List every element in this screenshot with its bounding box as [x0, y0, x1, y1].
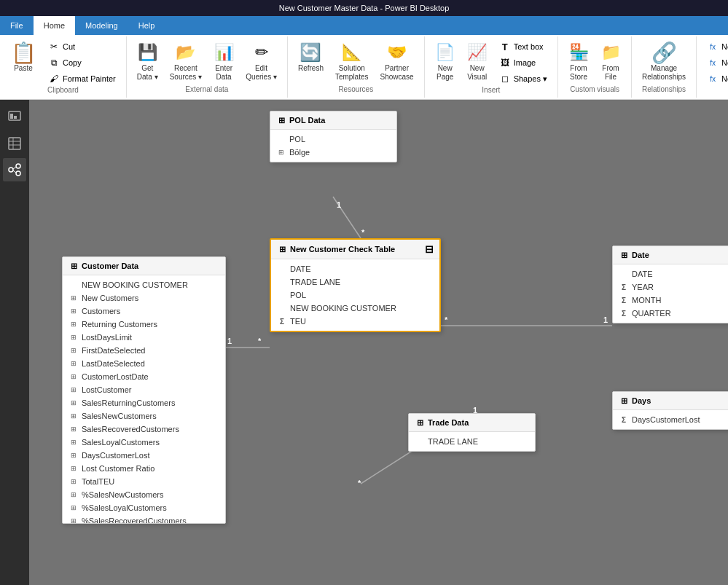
image-button[interactable]: 🖼 Image	[495, 55, 552, 70]
copy-button[interactable]: ⧉ Copy	[44, 55, 120, 70]
field-td-trade-lane[interactable]: TRADE LANE	[409, 435, 535, 448]
field-date-date[interactable]: DATE	[613, 267, 728, 280]
format-painter-button[interactable]: 🖌 Format Painter	[44, 71, 120, 86]
report-view-icon[interactable]	[3, 106, 26, 129]
days-table-icon: ⊞	[619, 396, 629, 406]
tab-help[interactable]: Help	[128, 16, 165, 35]
get-data-label: GetData ▾	[137, 64, 158, 82]
partner-showcase-button[interactable]: 🤝 PartnerShowcase	[376, 39, 418, 85]
field-cd-lost-customer-ratio[interactable]: ⊞ Lost Customer Ratio	[63, 462, 225, 475]
clipboard-group-label: Clipboard	[47, 86, 79, 95]
field-nct-teu[interactable]: Σ TEU	[271, 315, 439, 328]
new-page-button[interactable]: 📄 NewPage	[431, 39, 460, 85]
field-date-year[interactable]: Σ YEAR	[613, 280, 728, 294]
field-cd-firstdateselected[interactable]: ⊞ FirstDateSelected	[63, 344, 225, 357]
field-nct-new-booking[interactable]: NEW BOOKING CUSTOMER	[271, 302, 439, 315]
field-cd-new-booking[interactable]: NEW BOOKING CUSTOMER	[63, 278, 225, 291]
solution-templates-label: SolutionTemplates	[335, 64, 369, 82]
new-quick-measure-label: New Quick Measure	[721, 74, 728, 83]
pol-data-body: POL ⊞ Bölge	[270, 130, 396, 162]
refresh-button[interactable]: 🔄 Refresh	[294, 39, 328, 76]
new-visual-label: NewVisual	[467, 64, 487, 82]
insert-group-label: Insert	[482, 86, 500, 95]
paste-button[interactable]: 📋 Paste	[6, 39, 41, 76]
field-cd-lostcustomer[interactable]: ⊞ LostCustomer	[63, 383, 225, 396]
field-pol[interactable]: POL	[270, 133, 396, 146]
solution-templates-button[interactable]: 📐 SolutionTemplates	[331, 39, 373, 85]
new-measure-button[interactable]: fx New Measure	[702, 39, 728, 54]
tab-file[interactable]: File	[0, 16, 34, 35]
field-cd-salesloyal[interactable]: ⊞ SalesLoyalCustomers	[63, 436, 225, 449]
field-cd-customers[interactable]: ⊞ Customers	[63, 305, 225, 318]
manage-relationships-button[interactable]: 🔗 ManageRelationships	[638, 39, 690, 85]
from-file-button[interactable]: 📁 FromFile	[596, 39, 625, 85]
new-quick-measure-button[interactable]: fx New Quick Measure	[702, 71, 728, 86]
enter-data-button[interactable]: 📊 EnterData	[209, 39, 238, 85]
external-data-group-label: External data	[185, 85, 228, 95]
new-visual-button[interactable]: 📈 NewVisual	[463, 39, 492, 85]
new-column-button[interactable]: fx New Column	[702, 55, 728, 70]
new-customer-check-table[interactable]: ⊞ New Customer Check Table ⊟ DATE TRADE …	[270, 238, 441, 332]
field-nct-date[interactable]: DATE	[271, 262, 439, 275]
cut-button[interactable]: ✂ Cut	[44, 39, 120, 54]
svg-point-11	[16, 164, 20, 168]
customer-data-table[interactable]: ⊞ Customer Data NEW BOOKING CUSTOMER ⊞ N…	[62, 256, 226, 524]
date-title: Date	[632, 251, 649, 259]
field-cd-lastdateselected[interactable]: ⊞ LastDateSelected	[63, 357, 225, 370]
days-table[interactable]: ⊞ Days Σ DaysCustomerLost	[612, 391, 728, 430]
image-icon: 🖼	[499, 57, 511, 68]
field-nct-trade-lane[interactable]: TRADE LANE	[271, 275, 439, 288]
svg-point-12	[16, 171, 20, 176]
refresh-label: Refresh	[298, 64, 324, 73]
edit-queries-button[interactable]: ✏ EditQueries ▾	[241, 39, 281, 85]
enter-data-label: EnterData	[215, 64, 232, 82]
date-table[interactable]: ⊞ Date DATE Σ YEAR Σ MONTH Σ QUART	[612, 246, 728, 323]
field-nct-pol[interactable]: POL	[271, 288, 439, 302]
table-minimize-icon[interactable]: ⊟	[425, 243, 434, 255]
field-days-dayscustomerlost[interactable]: Σ DaysCustomerLost	[613, 413, 728, 426]
field-date-quarter[interactable]: Σ QUARTER	[613, 307, 728, 320]
field-cd-salesrecovered[interactable]: ⊞ SalesRecoveredCustomers	[63, 423, 225, 436]
field-cd-pct-salesnew[interactable]: ⊞ %SalesNewCustomers	[63, 488, 225, 501]
new-page-icon: 📄	[435, 42, 455, 63]
ribbon-group-resources: 🔄 Refresh 📐 SolutionTemplates 🤝 PartnerS…	[288, 36, 425, 98]
field-cd-pct-salesloyal[interactable]: ⊞ %SalesLoyalCustomers	[63, 501, 225, 514]
text-box-button[interactable]: T Text box	[495, 39, 552, 54]
relationship-view-icon[interactable]	[3, 158, 26, 181]
field-cd-pct-salesrecovered[interactable]: ⊞ %SalesRecoveredCustomers	[63, 514, 225, 523]
enter-data-icon: 📊	[214, 42, 234, 63]
trade-data-table[interactable]: ⊞ Trade Data TRADE LANE	[408, 413, 536, 452]
shapes-button[interactable]: ◻ Shapes ▾	[495, 71, 552, 86]
get-data-button[interactable]: 💾 GetData ▾	[133, 39, 163, 85]
svg-rect-4	[10, 114, 13, 119]
data-view-icon[interactable]	[3, 132, 26, 155]
recent-sources-button[interactable]: 📂 RecentSources ▾	[165, 39, 206, 85]
trade-data-title: Trade Data	[428, 418, 469, 427]
ribbon-group-clipboard: 📋 Paste ✂ Cut ⧉ Copy 🖌 Format Painter	[0, 36, 127, 98]
field-cd-salesreturning[interactable]: ⊞ SalesReturningCustomers	[63, 396, 225, 409]
field-cd-dayscustomerlost[interactable]: ⊞ DaysCustomerLost	[63, 449, 225, 462]
tab-home[interactable]: Home	[34, 16, 75, 35]
field-cd-new-customers[interactable]: ⊞ New Customers	[63, 291, 225, 305]
field-bolge[interactable]: ⊞ Bölge	[270, 146, 396, 159]
tab-modeling[interactable]: Modeling	[75, 16, 128, 35]
field-cd-salesnew[interactable]: ⊞ SalesNewCustomers	[63, 409, 225, 423]
field-nct-teu-icon: Σ	[277, 316, 287, 326]
from-store-button[interactable]: 🏪 FromStore	[564, 39, 593, 85]
field-cd-totalteu[interactable]: ⊞ TotalTEU	[63, 475, 225, 488]
date-table-icon: ⊞	[619, 250, 629, 260]
svg-text:1: 1	[227, 337, 232, 345]
from-file-icon: 📁	[600, 42, 621, 63]
field-date-month[interactable]: Σ MONTH	[613, 294, 728, 307]
format-painter-label: Format Painter	[63, 74, 116, 83]
pol-data-table[interactable]: ⊞ POL Data POL ⊞ Bölge	[270, 111, 397, 162]
new-measure-icon: fx	[707, 41, 719, 52]
paste-icon: 📋	[13, 42, 34, 63]
customer-data-title: Customer Data	[82, 262, 138, 270]
field-cd-returning-customers[interactable]: ⊞ Returning Customers	[63, 318, 225, 331]
field-cd-lostdayslimit[interactable]: ⊞ LostDaysLimit	[63, 331, 225, 344]
field-cd-customerlostdate[interactable]: ⊞ CustomerLostDate	[63, 370, 225, 383]
shapes-label: Shapes ▾	[514, 74, 547, 84]
canvas[interactable]: 1 * 1 * * 1 * 1 ⊞ POL Data POL	[29, 100, 728, 585]
new-measure-label: New Measure	[721, 42, 728, 51]
